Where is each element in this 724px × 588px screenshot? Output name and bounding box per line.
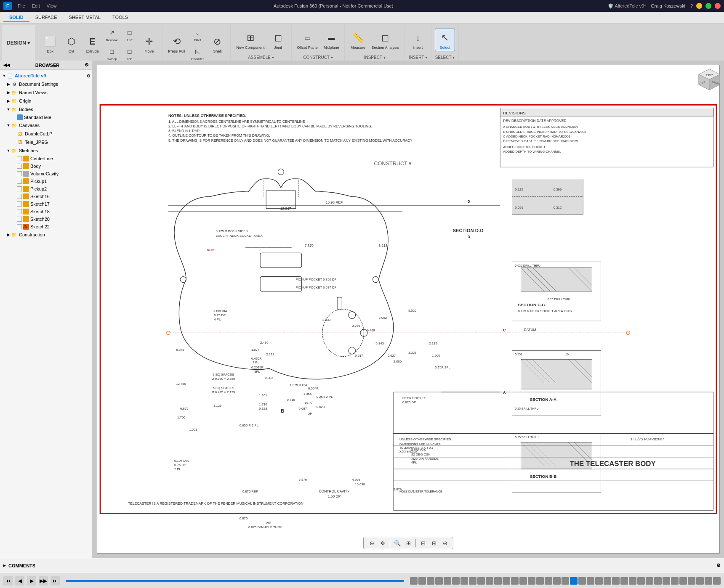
- timeline-thumb-12[interactable]: [503, 577, 510, 585]
- timeline-prev-btn[interactable]: ◀: [15, 576, 24, 585]
- zoom-extents-tool[interactable]: ⊞: [404, 538, 413, 548]
- timeline-play-btn[interactable]: ▶: [27, 576, 36, 585]
- timeline-thumb-33[interactable]: [679, 577, 687, 585]
- timeline-thumb-21[interactable]: [578, 577, 586, 585]
- create-sweep-btn[interactable]: ◻ Sweep: [104, 44, 120, 62]
- timeline-thumb-9[interactable]: [477, 577, 485, 585]
- create-extrude-btn[interactable]: E Extrude: [83, 33, 102, 55]
- edit-menu[interactable]: Edit: [29, 3, 43, 9]
- timeline-thumb-19[interactable]: [562, 577, 569, 585]
- timeline-first-btn[interactable]: ⏮: [3, 576, 13, 585]
- tab-solid[interactable]: SOLID: [3, 13, 29, 22]
- timeline-thumb-27[interactable]: [629, 577, 636, 585]
- create-box-btn[interactable]: ⬜ Box: [40, 33, 60, 55]
- nav-cube[interactable]: TOP LEFT FRONT: [697, 67, 718, 88]
- tree-item-tele-jpeg[interactable]: 🖼 Tele_JPEG: [0, 138, 92, 146]
- tree-item-standardtele[interactable]: StandardTele: [0, 114, 92, 121]
- timeline-thumb-6[interactable]: [452, 577, 460, 585]
- modify-chamfer-btn[interactable]: ◺ Chamfer: [189, 44, 206, 62]
- tab-tools[interactable]: TOOLS: [106, 13, 134, 22]
- create-cylinder-btn[interactable]: ⬡ Cyl: [61, 33, 81, 55]
- timeline-thumb-36[interactable]: [705, 577, 712, 585]
- create-loft-btn[interactable]: ◻ Loft: [122, 25, 138, 43]
- tree-item-canvases[interactable]: ▼ 📁 Canvases: [0, 121, 92, 130]
- zoom-in-tool[interactable]: 🔍: [393, 538, 402, 548]
- timeline-thumb-26[interactable]: [620, 577, 628, 585]
- tree-item-origin[interactable]: ▶ 📁 Origin: [0, 97, 92, 105]
- timeline-thumb-30[interactable]: [654, 577, 662, 585]
- timeline-thumb-1[interactable]: [410, 577, 418, 585]
- timeline-thumb-2[interactable]: [418, 577, 426, 585]
- tree-item-pickup1[interactable]: Pickup1: [0, 177, 92, 185]
- timeline-thumb-5[interactable]: [444, 577, 451, 585]
- timeline-thumb-18[interactable]: [553, 577, 561, 585]
- help-icon[interactable]: ?: [690, 3, 693, 8]
- construct-midplane-btn[interactable]: ▬ Midplane: [322, 29, 341, 51]
- timeline-thumb-8[interactable]: [469, 577, 476, 585]
- timeline-thumb-15[interactable]: [528, 577, 535, 585]
- minimize-button[interactable]: [696, 3, 702, 9]
- inspect-measure-btn[interactable]: 📏 Measure: [348, 29, 367, 51]
- tree-item-bodies[interactable]: ▼ 📁 Bodies: [0, 105, 92, 114]
- timeline-thumb-16[interactable]: [536, 577, 544, 585]
- modify-shell-btn[interactable]: ⊘ Shell: [208, 33, 227, 55]
- construct-offset-plane-btn[interactable]: ▭ Offset Plane: [295, 29, 320, 51]
- timeline-thumb-29[interactable]: [646, 577, 653, 585]
- timeline-thumb-4[interactable]: [435, 577, 443, 585]
- modify-press-pull-btn[interactable]: ⟲ Press Pull: [166, 33, 187, 55]
- create-revolve-btn[interactable]: ↗ Revolve: [104, 25, 120, 43]
- assemble-new-component-btn[interactable]: ⊞ New Component: [234, 29, 266, 51]
- tree-item-sketch22[interactable]: ⚠ Sketch22: [0, 223, 92, 230]
- timeline-thumb-24[interactable]: [604, 577, 611, 585]
- timeline-thumb-25[interactable]: [612, 577, 620, 585]
- timeline-thumb-37[interactable]: [713, 577, 721, 585]
- timeline-next-btn[interactable]: ▶▶: [39, 576, 48, 585]
- maximize-button[interactable]: [705, 3, 711, 9]
- insert-derive-btn[interactable]: ↓ Insert: [408, 29, 428, 51]
- tree-item-volumecavity[interactable]: VolumeCavity: [0, 170, 92, 177]
- viewport[interactable]: TOP LEFT FRONT X Z REVIS: [93, 61, 724, 558]
- tab-sheet-metal[interactable]: SHEET METAL: [63, 13, 106, 22]
- create-rib-btn[interactable]: ◻ Rib: [122, 44, 138, 62]
- browser-settings-icon[interactable]: ⚙: [85, 62, 89, 68]
- create-move-btn[interactable]: ✛ Move: [139, 33, 159, 55]
- tree-item-doc-settings[interactable]: ▶ ⚙ Document Settings: [0, 80, 92, 88]
- tree-item-alteredtele[interactable]: ▼ 📄 AlteredTele v9 ⚙: [0, 72, 92, 80]
- file-menu[interactable]: File: [15, 3, 28, 9]
- tree-item-doublecutlp[interactable]: 🖼 DoubleCutLP: [0, 130, 92, 138]
- timeline-thumb-14[interactable]: [519, 577, 527, 585]
- pan-tool[interactable]: ✥: [378, 538, 387, 548]
- timeline-thumb-17[interactable]: [545, 577, 552, 585]
- timeline-thumb-22[interactable]: [587, 577, 594, 585]
- timeline-thumb-31[interactable]: [663, 577, 670, 585]
- comments-expand-icon[interactable]: ▸: [3, 563, 6, 568]
- tree-item-body-sketch[interactable]: Body: [0, 162, 92, 170]
- rendering-tool[interactable]: ⊕: [440, 538, 450, 548]
- tree-item-centerline[interactable]: CenterLine: [0, 155, 92, 162]
- timeline-thumb-32[interactable]: [671, 577, 679, 585]
- timeline-thumb-7[interactable]: [460, 577, 468, 585]
- tree-item-construction[interactable]: ▶ 📁 Construction: [0, 230, 92, 239]
- select-btn[interactable]: ↖ Select: [435, 29, 455, 51]
- timeline-thumb-11[interactable]: [494, 577, 502, 585]
- comments-bar[interactable]: ▸ COMMENTS ⚙: [0, 558, 724, 573]
- tree-item-sketch16[interactable]: Sketch16: [0, 193, 92, 200]
- timeline-thumb-10[interactable]: [486, 577, 493, 585]
- tab-surface[interactable]: SURFACE: [29, 13, 63, 22]
- timeline-thumb-3[interactable]: [427, 577, 434, 585]
- design-dropdown[interactable]: DESIGN ▾: [2, 25, 35, 61]
- inspect-section-analysis-btn[interactable]: ◻ Section Analysis: [369, 29, 401, 51]
- timeline-thumb-20[interactable]: [570, 577, 578, 585]
- tree-item-sketch17[interactable]: Sketch17: [0, 200, 92, 208]
- timeline-thumb-13[interactable]: [511, 577, 519, 585]
- timeline-thumb-28[interactable]: [637, 577, 645, 585]
- tree-item-sketch18[interactable]: Sketch18: [0, 208, 92, 215]
- tree-item-sketches[interactable]: ▼ 📁 Sketches: [0, 146, 92, 155]
- close-button[interactable]: [715, 3, 721, 9]
- view-menu[interactable]: View: [44, 3, 59, 9]
- timeline-thumb-23[interactable]: [595, 577, 603, 585]
- orbit-tool[interactable]: ⊕: [367, 538, 376, 548]
- timeline-thumb-35[interactable]: [696, 577, 704, 585]
- tree-item-named-views[interactable]: ▶ 📁 Named Views: [0, 88, 92, 97]
- assemble-joint-btn[interactable]: ◻ Joint: [269, 29, 288, 51]
